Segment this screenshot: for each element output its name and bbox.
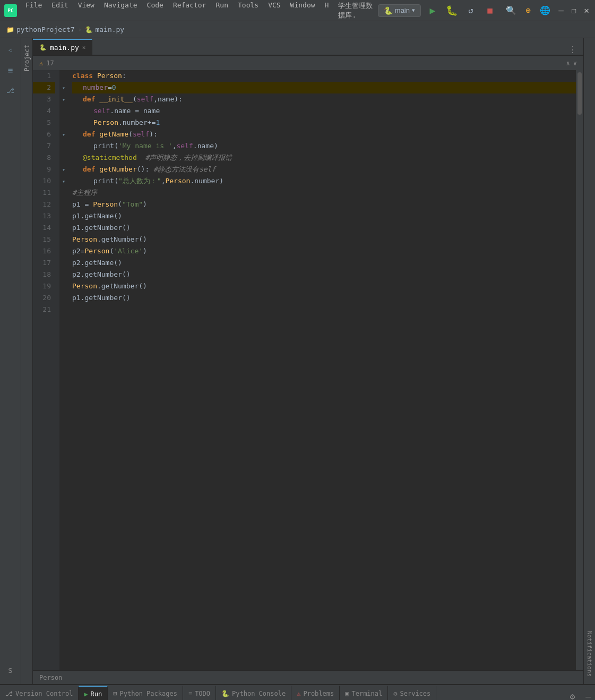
app-logo: PC [4, 4, 17, 17]
menu-code[interactable]: Code [143, 0, 168, 22]
panel-settings-icon[interactable]: ⚙ [566, 692, 580, 700]
menu-vcs[interactable]: VCS [264, 0, 284, 22]
tab-run[interactable]: ▶ Run [79, 686, 108, 700]
editor-scrollbar[interactable] [576, 70, 583, 670]
vcs-icon: ⎇ [5, 690, 13, 697]
tab-services[interactable]: ⚙ Services [388, 686, 436, 700]
sidebar-git-icon[interactable]: ⎇ [1, 81, 20, 100]
minimize-button[interactable]: — [557, 6, 565, 15]
code-line-17: p2.getName() [72, 257, 576, 269]
code-line-14: p1.getNumber() [72, 222, 576, 234]
nav-up-icon[interactable]: ∧ [566, 59, 570, 67]
scope-label: Person [33, 670, 583, 684]
nav-down-icon[interactable]: ∨ [573, 59, 577, 67]
menu-edit[interactable]: Edit [47, 0, 72, 22]
project-panel-label[interactable]: Project [23, 45, 31, 72]
run-button[interactable]: ▶ [425, 3, 440, 18]
tab-options-icon[interactable]: ⋮ [564, 45, 581, 55]
console-icon: 🐍 [221, 690, 229, 697]
menu-view[interactable]: View [74, 0, 99, 22]
sidebar-structure-icon[interactable]: S [1, 661, 20, 680]
menu-project[interactable]: 学生管理数据库. [334, 0, 377, 22]
close-button[interactable]: ✕ [582, 6, 591, 15]
menu-navigate[interactable]: Navigate [100, 0, 142, 22]
bottom-panel: ⎇ Version Control ▶ Run ⊞ Python Package… [0, 684, 595, 700]
code-line-18: p2.getNumber() [72, 269, 576, 280]
notifications-tab[interactable]: Notifications [585, 628, 594, 680]
code-line-19: Person.getNumber() [72, 280, 576, 292]
bookmark-button[interactable]: ⊕ [521, 3, 536, 18]
breadcrumb: 📁 pythonProject7 › 🐍 main.py [0, 21, 595, 38]
menu-bar: File Edit View Navigate Code Refactor Ru… [21, 0, 378, 22]
debug-button[interactable]: 🐛 [444, 3, 459, 18]
bottom-tab-bar: ⎇ Version Control ▶ Run ⊞ Python Package… [0, 685, 595, 700]
line-numbers: 1 2 3 4 5 6 7 8 9 10 11 12 13 14 15 16 1… [33, 70, 59, 670]
breadcrumb-project[interactable]: 📁 pythonProject7 [6, 25, 75, 33]
code-line-9: def getNumber(): #静态方法没有self [72, 164, 576, 175]
tab-terminal[interactable]: ▣ Terminal [340, 686, 388, 700]
sidebar-collapse-icon[interactable]: ◁ [1, 40, 20, 59]
code-line-1: class Person: [72, 70, 576, 82]
tab-version-control[interactable]: ⎇ Version Control [0, 686, 79, 700]
breadcrumb-file[interactable]: 🐍 main.py [85, 25, 124, 33]
warning-bar: ⚠ 17 ∧ ∨ [33, 55, 583, 70]
code-line-4: self.name = name [72, 105, 576, 117]
tab-main-py[interactable]: 🐍 main.py × [33, 39, 92, 55]
code-line-21 [72, 304, 576, 315]
menu-window[interactable]: Window [286, 0, 320, 22]
run-config-button[interactable]: 🐍 main ▾ [378, 4, 421, 17]
code-line-5: Person.number+=1 [72, 117, 576, 129]
tab-todo[interactable]: ≡ TODO [183, 686, 216, 700]
code-line-7: print('My name is ',self.name) [72, 140, 576, 152]
services-icon: ⚙ [393, 690, 397, 697]
todo-icon: ≡ [188, 690, 192, 697]
warning-icon: ⚠ [39, 59, 43, 67]
code-line-13: p1.getName() [72, 210, 576, 222]
code-editor[interactable]: 1 2 3 4 5 6 7 8 9 10 11 12 13 14 15 16 1… [33, 70, 583, 670]
code-line-16: p2=Person('Alice') [72, 245, 576, 257]
problems-icon: ⚠ [297, 690, 300, 697]
menu-tools[interactable]: Tools [234, 0, 263, 22]
run-icon: ▶ [84, 690, 88, 698]
code-content[interactable]: class Person: number=0 def __init__(self… [68, 70, 576, 670]
menu-file[interactable]: File [21, 0, 46, 22]
menu-run[interactable]: Run [212, 0, 232, 22]
code-line-6: def getName(self): [72, 129, 576, 140]
menu-refactor[interactable]: Refactor [169, 0, 211, 22]
code-line-3: def __init__(self,name): [72, 93, 576, 105]
terminal-icon: ▣ [345, 690, 349, 697]
code-line-2: number=0 [72, 82, 576, 93]
editor-area: 🐍 main.py × ⋮ ⚠ 17 ∧ ∨ 1 2 3 4 5 6 [33, 38, 583, 684]
stop-button[interactable]: ■ [482, 3, 497, 18]
panel-collapse-icon[interactable]: — [581, 692, 595, 700]
tab-close-btn[interactable]: × [82, 44, 86, 51]
coverage-button[interactable]: ↺ [463, 3, 478, 18]
title-bar: PC File Edit View Navigate Code Refactor… [0, 0, 595, 21]
code-line-10: print("总人数为：",Person.number) [72, 175, 576, 187]
search-button[interactable]: 🔍 [504, 3, 519, 18]
breadcrumb-separator: › [78, 25, 82, 33]
ideworld-button[interactable]: 🌐 [538, 3, 553, 18]
warning-count: 17 [46, 59, 54, 67]
maximize-button[interactable]: ☐ [570, 6, 578, 15]
sidebar-toggle-icon[interactable]: ≡ [1, 61, 20, 80]
menu-h[interactable]: H [321, 0, 333, 22]
tab-python-packages[interactable]: ⊞ Python Packages [108, 686, 183, 700]
editor-tab-bar: 🐍 main.py × ⋮ [33, 38, 583, 55]
tab-python-console[interactable]: 🐍 Python Console [216, 686, 291, 700]
window-controls: — ☐ ✕ [557, 6, 591, 15]
code-line-20: p1.getNumber() [72, 292, 576, 304]
code-line-12: p1 = Person("Tom") [72, 199, 576, 210]
code-line-11: #主程序 [72, 187, 576, 199]
packages-icon: ⊞ [113, 690, 117, 697]
code-line-15: Person.getNumber() [72, 234, 576, 245]
code-line-8: @staticmethod #声明静态，去掉则编译报错 [72, 152, 576, 164]
tab-problems[interactable]: ⚠ Problems [291, 686, 340, 700]
